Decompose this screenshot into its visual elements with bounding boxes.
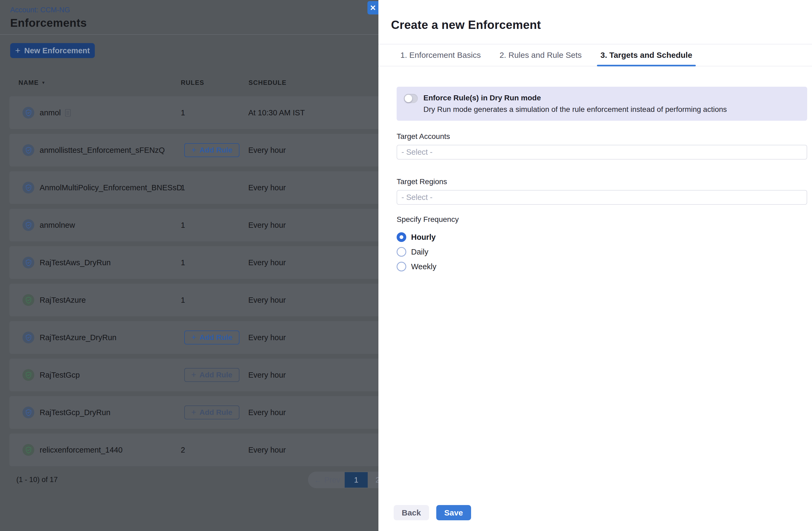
schedule-value: Every hour — [248, 146, 286, 155]
new-enforcement-button[interactable]: + New Enforcement — [10, 43, 95, 58]
shield-check-icon — [23, 144, 34, 156]
frequency-option-weekly[interactable]: Weekly — [397, 261, 436, 272]
plus-icon: + — [191, 408, 196, 416]
schedule-value: Every hour — [248, 221, 286, 230]
target-regions-select[interactable]: - Select - — [397, 190, 807, 205]
enforcement-name: RajTestAws_DryRun — [40, 258, 111, 267]
schedule-value: At 10:30 AM IST — [248, 108, 305, 117]
rules-count: 1 — [181, 258, 185, 267]
radio-label: Weekly — [411, 262, 436, 271]
tab-rules-and-rule-sets[interactable]: 2. Rules and Rule Sets — [496, 44, 585, 66]
schedule-value: Every hour — [248, 183, 286, 192]
shield-check-icon — [23, 407, 34, 418]
close-icon: ✕ — [370, 3, 376, 12]
frequency-radio-group: Hourly Daily Weekly — [397, 231, 807, 272]
radio-unselected-icon — [397, 262, 406, 271]
dry-run-toggle[interactable] — [404, 94, 418, 103]
shield-check-icon — [23, 369, 34, 381]
radio-selected-icon — [397, 232, 406, 242]
add-rule-button[interactable]: + Add Rule — [184, 330, 240, 344]
table-row[interactable]: RajTestAzure_DryRun + Add Rule Every hou… — [9, 321, 382, 354]
add-rule-label: Add Rule — [200, 333, 232, 342]
pagination-prev-button: ← Prev — [314, 476, 340, 484]
arrow-left-icon: ← — [314, 476, 322, 484]
enforcement-name: RajTestAzure — [40, 296, 86, 305]
frequency-option-daily[interactable]: Daily — [397, 246, 428, 258]
column-rules-label: RULES — [181, 79, 204, 86]
tab-label: 3. Targets and Schedule — [600, 50, 692, 60]
toggle-knob — [405, 95, 412, 102]
table-row[interactable]: anmol 1 At 10:30 AM IST — [9, 97, 382, 129]
plus-icon: + — [191, 146, 196, 154]
back-button[interactable]: Back — [394, 505, 429, 520]
shield-check-icon — [23, 219, 34, 231]
dry-run-banner: Enforce Rule(s) in Dry Run mode Dry Run … — [397, 87, 807, 121]
column-schedule-label: SCHEDULE — [248, 79, 287, 86]
enforcement-name: anmol — [40, 108, 71, 117]
schedule-value: Every hour — [248, 258, 286, 267]
schedule-value: Every hour — [248, 296, 286, 305]
description-icon — [65, 109, 71, 116]
table-row[interactable]: anmollisttest_Enforcement_sFENzQ + Add R… — [9, 134, 382, 166]
prev-label: Prev — [324, 476, 340, 484]
pagination-page-1[interactable]: 1 — [345, 472, 368, 488]
enforcement-name: anmolnew — [40, 221, 75, 230]
pagination-summary: (1 - 10) of 17 — [16, 476, 58, 484]
table-row[interactable]: AnmolMultiPolicy_Enforcement_BNESsD 1 Ev… — [9, 171, 382, 204]
add-rule-label: Add Rule — [200, 371, 232, 379]
target-regions-label: Target Regions — [397, 177, 807, 186]
enforcement-name: RajTestGcp_DryRun — [40, 408, 110, 417]
table-row[interactable]: RajTestAws_DryRun 1 Every hour — [9, 246, 382, 279]
drawer-title: Create a new Enforcement — [391, 18, 541, 32]
tab-label: 1. Enforcement Basics — [401, 50, 481, 60]
breadcrumb[interactable]: Account: CCM-NG — [10, 6, 70, 14]
enforcement-name: anmollisttest_Enforcement_sFENzQ — [40, 146, 165, 155]
table-row[interactable]: anmolnew 1 Every hour — [9, 209, 382, 241]
schedule-value: Every hour — [248, 408, 286, 417]
new-enforcement-label: New Enforcement — [24, 46, 90, 55]
frequency-option-hourly[interactable]: Hourly — [397, 231, 436, 243]
column-header-schedule: SCHEDULE — [248, 79, 287, 86]
sort-caret-icon: ▼ — [41, 80, 45, 85]
radio-label: Hourly — [411, 233, 436, 242]
dry-run-title: Enforce Rule(s) in Dry Run mode — [423, 93, 727, 103]
add-rule-label: Add Rule — [200, 408, 232, 417]
select-placeholder: - Select - — [402, 148, 433, 157]
dry-run-description: Dry Run mode generates a simulation of t… — [423, 105, 727, 114]
table-row[interactable]: RajTestAzure 1 Every hour — [9, 284, 382, 316]
target-accounts-label: Target Accounts — [397, 132, 807, 141]
plus-icon: + — [191, 370, 196, 379]
add-rule-button[interactable]: + Add Rule — [184, 143, 240, 157]
table-row[interactable]: relicxenforcement_1440 2 Every hour — [9, 433, 382, 466]
rules-count: 2 — [181, 446, 185, 455]
column-name-label: NAME — [18, 79, 39, 86]
schedule-value: Every hour — [248, 371, 286, 380]
radio-unselected-icon — [397, 247, 406, 257]
plus-icon: + — [15, 46, 20, 55]
column-header-rules: RULES — [181, 79, 204, 86]
drawer-footer: Back Save — [394, 505, 471, 520]
tab-enforcement-basics[interactable]: 1. Enforcement Basics — [397, 44, 484, 66]
rules-count: 1 — [181, 296, 185, 305]
column-header-name[interactable]: NAME ▼ — [18, 79, 46, 86]
tab-targets-and-schedule[interactable]: 3. Targets and Schedule — [597, 44, 696, 66]
select-placeholder: - Select - — [402, 193, 433, 202]
shield-check-icon — [23, 444, 34, 456]
rules-count: 1 — [181, 221, 185, 230]
shield-check-icon — [23, 257, 34, 268]
shield-check-icon — [23, 107, 34, 119]
page-title: Enforcements — [10, 17, 87, 29]
specify-frequency-label: Specify Frequency — [397, 215, 807, 224]
drawer-tabs: 1. Enforcement Basics 2. Rules and Rule … — [378, 44, 812, 67]
save-button[interactable]: Save — [436, 505, 471, 520]
add-rule-button-disabled: + Add Rule — [184, 368, 240, 382]
enforcement-name: relicxenforcement_1440 — [40, 446, 123, 455]
rules-count: 1 — [181, 183, 185, 192]
dry-run-text: Enforce Rule(s) in Dry Run mode Dry Run … — [423, 93, 727, 121]
shield-check-icon — [23, 331, 34, 343]
pagination-bar: ← Prev 1 2 — [308, 472, 382, 488]
table-row[interactable]: RajTestGcp + Add Rule Every hour — [9, 359, 382, 391]
target-accounts-select[interactable]: - Select - — [397, 145, 807, 160]
table-row[interactable]: RajTestGcp_DryRun + Add Rule Every hour — [9, 396, 382, 429]
close-button[interactable]: ✕ — [367, 1, 378, 14]
